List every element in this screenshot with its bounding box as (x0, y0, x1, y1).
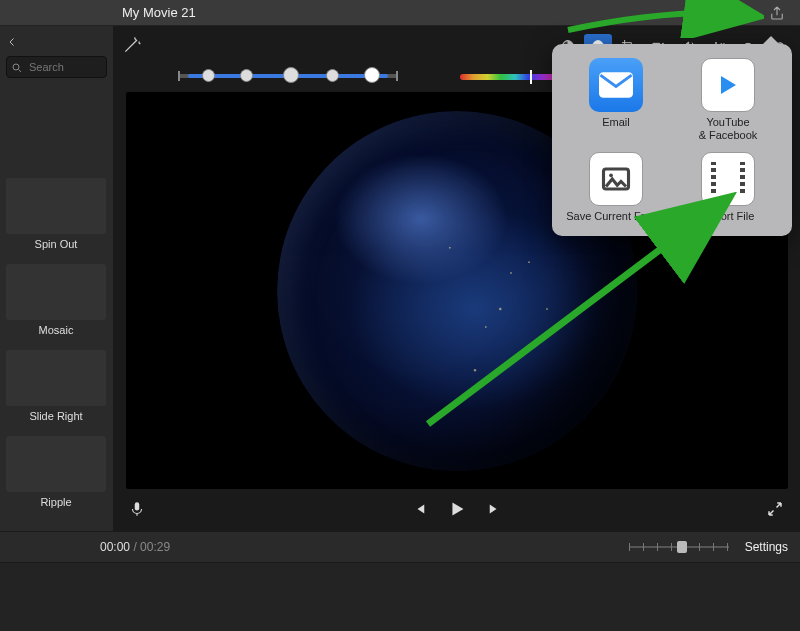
transition-spin-out[interactable]: Spin Out (6, 178, 106, 250)
prev-button[interactable] (410, 500, 428, 522)
play-button[interactable] (446, 498, 468, 524)
transition-slide-right[interactable]: Slide Right (6, 350, 106, 422)
playback-bar (114, 491, 800, 531)
share-popover: Email YouTube & Facebook Save Current Fr… (552, 44, 792, 236)
svg-rect-9 (135, 502, 140, 510)
saturation-slider[interactable] (460, 74, 556, 80)
transition-label: Mosaic (6, 324, 106, 336)
transition-thumb (6, 350, 106, 406)
transition-mosaic[interactable]: Mosaic (6, 264, 106, 336)
current-time: 00:00 (100, 540, 130, 554)
mic-icon (128, 500, 146, 518)
search-icon (11, 60, 23, 72)
search-wrap (6, 56, 107, 78)
back-button[interactable] (6, 32, 107, 52)
expand-icon (766, 500, 784, 518)
share-email[interactable]: Email (560, 58, 672, 142)
transition-label: Spin Out (6, 238, 106, 250)
play-icon (446, 498, 468, 520)
film-icon (701, 152, 755, 206)
share-save-frame[interactable]: Save Current Frame (560, 152, 672, 223)
zoom-slider[interactable] (629, 541, 729, 553)
prev-icon (410, 500, 428, 518)
share-export-file[interactable]: Export File (672, 152, 784, 223)
share-button[interactable] (768, 4, 786, 22)
transition-thumb (6, 264, 106, 320)
exposure-slider[interactable] (178, 74, 398, 78)
voiceover-button[interactable] (128, 500, 146, 522)
share-label: Email (560, 116, 672, 129)
chevron-left-icon (6, 36, 18, 48)
transition-label: Ripple (6, 496, 106, 508)
share-youtube-facebook[interactable]: YouTube & Facebook (672, 58, 784, 142)
next-icon (486, 500, 504, 518)
share-label: Export File (672, 210, 784, 223)
duration: 00:29 (140, 540, 170, 554)
transition-thumb (6, 178, 106, 234)
image-icon (589, 152, 643, 206)
timeline-bar: 00:00 / 00:29 Settings (0, 531, 800, 563)
fullscreen-button[interactable] (766, 500, 784, 522)
enhance-button[interactable] (122, 35, 144, 57)
title-bar: My Movie 21 (0, 0, 800, 26)
youtube-icon (701, 58, 755, 112)
wand-icon (122, 35, 142, 55)
next-button[interactable] (486, 500, 504, 522)
settings-button[interactable]: Settings (745, 540, 788, 554)
sidebar: Spin Out Mosaic Slide Right Ripple (0, 26, 114, 531)
svg-point-12 (609, 174, 613, 178)
project-title: My Movie 21 (122, 5, 196, 20)
transitions-list: Spin Out Mosaic Slide Right Ripple (6, 178, 107, 508)
email-icon (589, 58, 643, 112)
svg-point-0 (13, 64, 19, 70)
share-label: Save Current Frame (560, 210, 672, 223)
transition-label: Slide Right (6, 410, 106, 422)
share-label: YouTube & Facebook (672, 116, 784, 142)
transition-ripple[interactable]: Ripple (6, 436, 106, 508)
timecode: 00:00 / 00:29 (100, 540, 170, 554)
share-icon (768, 4, 786, 22)
transition-thumb (6, 436, 106, 492)
timeline-tracks[interactable] (0, 563, 800, 631)
